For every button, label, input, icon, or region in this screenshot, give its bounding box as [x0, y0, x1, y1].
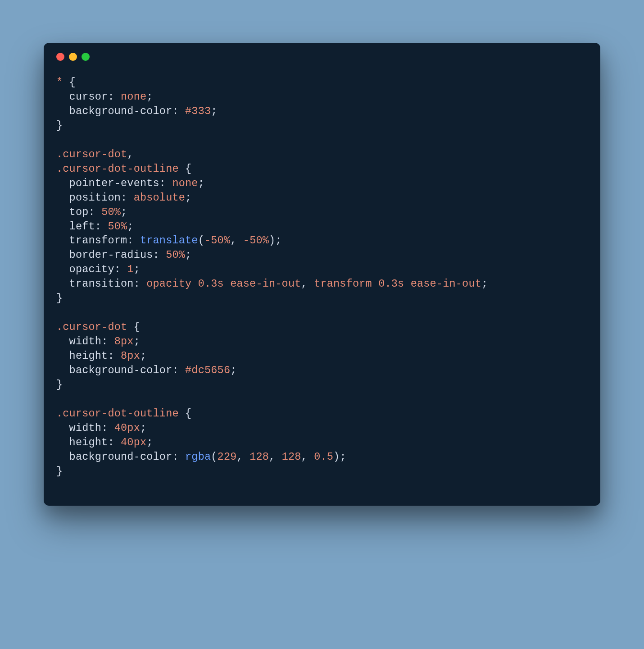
- code-line: opacity: 1;: [56, 262, 588, 277]
- code-token: :: [172, 105, 185, 117]
- code-line: height: 40px;: [56, 435, 588, 450]
- code-token: [56, 192, 69, 204]
- code-line: [56, 306, 588, 320]
- code-token: :: [127, 234, 140, 247]
- code-token: ,: [237, 451, 250, 463]
- code-token: height: [69, 436, 108, 448]
- code-token: top: [69, 206, 89, 218]
- code-token: 229: [218, 451, 237, 463]
- code-token: 128: [249, 451, 269, 463]
- code-token: .cursor-dot-outline: [56, 163, 179, 175]
- code-token: :: [172, 451, 185, 463]
- code-token: -50%: [204, 234, 230, 247]
- code-token: ,: [269, 451, 282, 463]
- code-line: }: [56, 378, 588, 392]
- code-token: }: [56, 379, 63, 391]
- code-token: width: [69, 422, 102, 434]
- code-token: }: [56, 465, 63, 477]
- code-token: none: [121, 91, 146, 103]
- code-token: ;: [185, 192, 191, 204]
- code-line: background-color: rgba(229, 128, 128, 0.…: [56, 450, 588, 464]
- code-token: -50%: [243, 234, 269, 247]
- code-token: 40px: [114, 422, 140, 434]
- code-token: [56, 105, 69, 117]
- code-token: ,: [301, 278, 314, 290]
- code-token: :: [101, 335, 114, 347]
- code-token: [56, 335, 69, 347]
- code-token: :: [108, 91, 121, 103]
- code-token: );: [333, 451, 346, 463]
- code-token: {: [179, 163, 192, 175]
- code-token: :: [121, 192, 134, 204]
- code-token: ;: [146, 91, 153, 103]
- code-token: }: [56, 119, 63, 132]
- code-token: [56, 451, 69, 463]
- code-token: [56, 364, 69, 376]
- code-token: [56, 350, 69, 362]
- code-token: }: [56, 292, 63, 304]
- code-token: left: [69, 220, 95, 233]
- code-token: transform: [69, 234, 127, 247]
- code-token: background-color: [69, 105, 172, 117]
- code-token: [56, 177, 69, 189]
- code-token: :: [108, 436, 121, 448]
- code-line: }: [56, 291, 588, 306]
- code-token: [56, 249, 69, 261]
- code-token: 40px: [121, 436, 146, 448]
- code-token: *: [56, 76, 63, 88]
- code-line: .cursor-dot,: [56, 147, 588, 162]
- code-token: background-color: [69, 451, 172, 463]
- code-token: opacity: [69, 263, 114, 275]
- code-token: 8px: [121, 350, 140, 362]
- code-token: position: [69, 192, 121, 204]
- code-token: (: [211, 451, 217, 463]
- close-dot-icon[interactable]: [56, 53, 64, 61]
- code-area: * { cursor: none; background-color: #333…: [44, 66, 600, 479]
- code-token: .cursor-dot-outline: [56, 407, 179, 420]
- code-token: 50%: [101, 206, 121, 218]
- code-line: transform: translate(-50%, -50%);: [56, 233, 588, 248]
- code-token: :: [114, 263, 127, 275]
- code-token: :: [89, 206, 102, 218]
- code-line: transition: opacity 0.3s ease-in-out, tr…: [56, 277, 588, 291]
- code-line: * {: [56, 75, 588, 90]
- code-token: ;: [134, 263, 140, 275]
- code-token: opacity 0.3s ease-in-out: [146, 278, 301, 290]
- code-token: .cursor-dot: [56, 321, 127, 333]
- code-token: absolute: [134, 192, 185, 204]
- code-token: width: [69, 335, 102, 347]
- code-token: background-color: [69, 364, 172, 376]
- code-token: ,: [301, 451, 314, 463]
- code-token: #333: [185, 105, 211, 117]
- code-token: :: [95, 220, 108, 233]
- code-token: ,: [127, 148, 133, 160]
- code-token: ;: [198, 177, 204, 189]
- code-line: top: 50%;: [56, 205, 588, 219]
- code-token: ;: [146, 436, 153, 448]
- code-line: cursor: none;: [56, 90, 588, 104]
- minimize-dot-icon[interactable]: [69, 53, 77, 61]
- code-token: (: [198, 234, 204, 247]
- code-token: 50%: [166, 249, 185, 261]
- code-token: :: [172, 364, 185, 376]
- code-line: pointer-events: none;: [56, 176, 588, 191]
- code-line: height: 8px;: [56, 349, 588, 363]
- code-token: transition: [69, 278, 134, 290]
- code-token: :: [108, 350, 121, 362]
- maximize-dot-icon[interactable]: [82, 53, 90, 61]
- code-token: height: [69, 350, 108, 362]
- code-token: ;: [140, 422, 146, 434]
- code-token: .cursor-dot: [56, 148, 127, 160]
- code-line: .cursor-dot-outline {: [56, 407, 588, 421]
- code-line: [56, 392, 588, 407]
- code-token: ;: [230, 364, 236, 376]
- code-line: }: [56, 464, 588, 479]
- code-line: width: 8px;: [56, 334, 588, 349]
- window-title-bar: [44, 43, 600, 66]
- code-line: background-color: #dc5656;: [56, 363, 588, 378]
- code-token: ,: [230, 234, 243, 247]
- code-token: :: [153, 249, 166, 261]
- code-token: {: [63, 76, 76, 88]
- code-token: [56, 206, 69, 218]
- code-line: border-radius: 50%;: [56, 248, 588, 262]
